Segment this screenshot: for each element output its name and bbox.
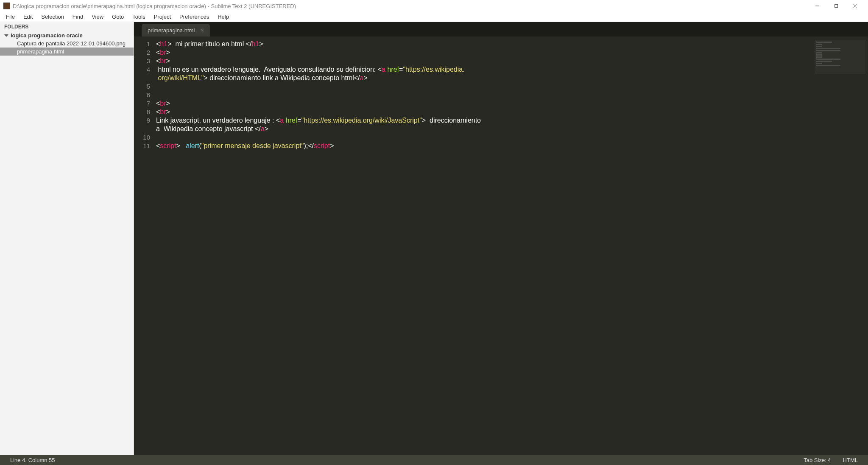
line-number: 6 [134,91,150,99]
code-line[interactable]: <br> [156,57,809,65]
code-line[interactable]: <script> alert("primer mensaje desde jav… [156,142,809,150]
svg-rect-1 [835,5,837,8]
statusbar: Line 4, Column 55 Tab Size: 4 HTML [0,455,868,465]
line-number [134,125,150,133]
close-button[interactable] [846,0,865,12]
window-controls [807,0,865,12]
line-number: 9 [134,116,150,125]
code-line[interactable]: <h1> mi primer titulo en html </h1> [156,40,809,48]
tab-label: primerapagina.html [148,27,195,34]
code-line[interactable]: html no es un verdadero lenguaje. Averig… [156,65,809,74]
code-line[interactable]: Link javascript, un verdadero lenguaje :… [156,116,809,125]
menu-item-file[interactable]: File [2,13,19,21]
line-number: 5 [134,82,150,91]
close-icon[interactable]: × [201,27,204,34]
tab-primerapagina[interactable]: primerapagina.html × [142,24,210,36]
tabbar: primerapagina.html × [134,22,868,36]
menu-item-goto[interactable]: Goto [108,13,128,21]
window-title: D:\logica programacion oracle\primerapag… [13,3,807,9]
sidebar: FOLDERS logica programacion oracle Captu… [0,22,134,455]
line-number [134,74,150,82]
code-line[interactable]: <br> [156,99,809,108]
status-tab-size[interactable]: Tab Size: 4 [798,457,837,463]
code-line[interactable] [156,82,809,91]
minimap[interactable] [815,40,865,74]
workspace: FOLDERS logica programacion oracle Captu… [0,22,868,455]
code-line[interactable] [156,133,809,142]
status-syntax[interactable]: HTML [837,457,864,463]
code-content[interactable]: <h1> mi primer titulo en html </h1><br><… [156,40,868,455]
menu-item-preferences[interactable]: Preferences [175,13,213,21]
line-number: 10 [134,133,150,142]
minimize-button[interactable] [807,0,826,12]
line-number: 3 [134,57,150,65]
line-number: 11 [134,142,150,150]
menu-item-find[interactable]: Find [68,13,87,21]
code-line[interactable] [156,91,809,99]
line-number: 1 [134,40,150,48]
maximize-button[interactable] [826,0,846,12]
code-area[interactable]: 1234567891011 <h1> mi primer titulo en h… [134,36,868,455]
menu-item-help[interactable]: Help [213,13,233,21]
editor-pane: primerapagina.html × 1234567891011 <h1> … [134,22,868,455]
file-row[interactable]: primerapagina.html [0,48,134,56]
menubar: FileEditSelectionFindViewGotoToolsProjec… [0,12,868,22]
chevron-down-icon [4,34,8,37]
code-line[interactable]: a Wikipedia concepto javascript </a> [156,125,809,133]
line-number: 2 [134,48,150,57]
app-icon [3,3,10,9]
sidebar-header: FOLDERS [0,22,134,31]
folder-label: logica programacion oracle [11,32,83,39]
code-line[interactable]: <br> [156,108,809,116]
file-row[interactable]: Captura de pantalla 2022-12-01 094600.pn… [0,39,134,48]
menu-item-tools[interactable]: Tools [128,13,149,21]
menu-item-project[interactable]: Project [150,13,175,21]
menu-item-edit[interactable]: Edit [19,13,37,21]
window-titlebar: D:\logica programacion oracle\primerapag… [0,0,868,12]
gutter: 1234567891011 [134,40,156,455]
code-line[interactable]: org/wiki/HTML"> direccionamiento link a … [156,74,809,82]
line-number: 4 [134,65,150,74]
line-number: 8 [134,108,150,116]
status-position[interactable]: Line 4, Column 55 [4,457,61,463]
menu-item-view[interactable]: View [87,13,108,21]
line-number: 7 [134,99,150,108]
menu-item-selection[interactable]: Selection [37,13,68,21]
folder-row[interactable]: logica programacion oracle [0,31,134,39]
file-list: Captura de pantalla 2022-12-01 094600.pn… [0,39,134,56]
code-line[interactable]: <br> [156,48,809,57]
